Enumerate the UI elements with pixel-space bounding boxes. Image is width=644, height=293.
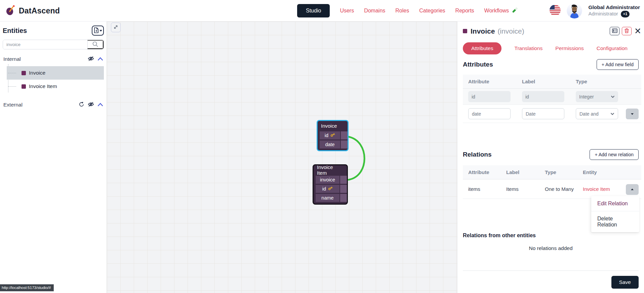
node-invoice-item-title: Invoice Item xyxy=(314,165,347,175)
connection-handle[interactable] xyxy=(341,140,348,149)
tree-connector xyxy=(8,86,16,87)
new-entity-button[interactable] xyxy=(92,26,104,36)
nav-right: Global Administrator Administrator +1 xyxy=(550,0,640,22)
chevron-down-icon xyxy=(611,95,615,98)
entity-search xyxy=(3,40,104,49)
add-relation-button[interactable]: + Add new relation xyxy=(590,149,639,160)
attribute-actions-button[interactable] xyxy=(626,109,639,119)
tab-permissions[interactable]: Permissions xyxy=(555,45,583,51)
attributes-heading: Attributes xyxy=(463,61,493,68)
section-external: External xyxy=(3,101,104,109)
nav-users[interactable]: Users xyxy=(340,8,354,14)
tab-attributes[interactable]: Attributes xyxy=(463,42,501,54)
expand-icon xyxy=(113,25,118,31)
chevron-up-icon xyxy=(97,102,103,108)
refresh-icon xyxy=(79,101,84,108)
node-invoice-title: Invoice xyxy=(318,121,348,130)
panel-tabs: Attributes Translations Permissions Conf… xyxy=(463,42,641,54)
relation-entity-link[interactable]: Invoice Item xyxy=(583,186,610,192)
entities-sidebar: Entities xyxy=(0,22,107,293)
attribute-type-select[interactable]: Date and xyxy=(576,108,618,119)
search-icon xyxy=(92,41,98,48)
nav-domains[interactable]: Domains xyxy=(364,8,385,14)
attribute-label-input[interactable] xyxy=(522,108,564,119)
entity-card-button[interactable] xyxy=(610,27,619,35)
attribute-name-input[interactable] xyxy=(468,91,511,102)
add-field-button[interactable]: + Add new field xyxy=(597,59,639,70)
tree-item-invoice[interactable]: Invoice xyxy=(7,66,104,80)
nav-reports[interactable]: Reports xyxy=(455,8,474,14)
col-attribute: Attribute xyxy=(463,79,517,84)
node-field-id[interactable]: id xyxy=(320,131,348,139)
user-block[interactable]: Global Administrator Administrator +1 xyxy=(588,4,640,17)
node-invoice-item[interactable]: Invoice Item invoice id xyxy=(313,164,348,205)
nav-studio[interactable]: Studio xyxy=(297,4,330,17)
tab-configuration[interactable]: Configuration xyxy=(597,45,628,51)
other-relations-heading: Relations from other entities xyxy=(463,233,536,239)
diagram-canvas[interactable]: Invoice id xyxy=(107,22,457,293)
search-button[interactable] xyxy=(87,40,104,49)
attribute-row-date: Date and xyxy=(463,105,641,123)
nav-roles[interactable]: Roles xyxy=(395,8,409,14)
user-role: Administrator xyxy=(588,11,618,17)
internal-collapse-button[interactable] xyxy=(97,57,103,62)
connection-handle[interactable] xyxy=(340,194,347,202)
test-tube-icon xyxy=(511,7,518,15)
internal-visibility-button[interactable] xyxy=(88,55,94,63)
menu-item-edit-relation[interactable]: Edit Relation xyxy=(591,196,639,211)
fullscreen-button[interactable] xyxy=(111,23,121,32)
entities-title: Entities xyxy=(3,27,27,35)
relation-actions-menu: Edit Relation Delete Relation xyxy=(591,196,639,232)
external-collapse-button[interactable] xyxy=(97,102,103,108)
external-refresh-button[interactable] xyxy=(79,101,84,108)
attribute-name-input[interactable] xyxy=(468,108,511,119)
col-type: Type xyxy=(539,169,577,175)
panel-divider xyxy=(463,270,639,271)
col-entity: Entity xyxy=(577,169,641,175)
connection-handle[interactable] xyxy=(341,131,348,139)
chevron-up-icon xyxy=(97,57,103,62)
attribute-type-select[interactable]: Integer xyxy=(576,91,618,102)
entity-square-icon xyxy=(22,71,26,75)
chevron-down-icon xyxy=(610,113,614,115)
menu-item-delete-relation[interactable]: Delete Relation xyxy=(591,211,639,232)
caret-up-icon xyxy=(631,187,634,190)
attribute-label-input[interactable] xyxy=(522,91,564,102)
attributes-table: Attribute Label Type Integer xyxy=(463,75,641,123)
delete-entity-button[interactable] xyxy=(622,27,632,35)
section-internal: Internal xyxy=(3,55,104,63)
panel-subtitle: (invoice) xyxy=(497,27,607,35)
tab-translations[interactable]: Translations xyxy=(514,45,542,51)
node-field-name[interactable]: name xyxy=(316,194,347,202)
connection-handle[interactable] xyxy=(340,185,347,193)
us-flag-icon[interactable] xyxy=(550,5,561,17)
attribute-row-id: Integer xyxy=(463,89,641,105)
nav-workflows[interactable]: Workflows xyxy=(484,7,519,15)
top-nav: DatAscend Studio Users Domains Roles Cat… xyxy=(0,0,644,22)
relation-actions-button[interactable] xyxy=(626,184,639,195)
external-visibility-button[interactable] xyxy=(88,101,94,109)
node-field-invoice[interactable]: invoice xyxy=(316,176,347,184)
entity-search-input[interactable] xyxy=(3,40,87,49)
brand: DatAscend xyxy=(5,0,60,22)
connection-handle[interactable] xyxy=(340,176,347,184)
save-button[interactable]: Save xyxy=(611,276,639,289)
id-card-icon xyxy=(612,29,617,34)
panel-title: Invoice xyxy=(471,27,495,35)
close-icon[interactable]: ✕ xyxy=(634,27,641,35)
user-name: Global Administrator xyxy=(588,4,640,10)
section-external-label: External xyxy=(3,102,79,108)
node-field-id[interactable]: id xyxy=(316,185,347,193)
relations-heading: Relations xyxy=(463,151,492,158)
node-invoice[interactable]: Invoice id xyxy=(317,120,349,151)
avatar[interactable] xyxy=(567,3,582,18)
tree-item-invoice-item[interactable]: Invoice Item xyxy=(7,80,104,93)
trash-icon xyxy=(625,28,629,34)
node-field-date[interactable]: date xyxy=(320,140,348,149)
tree-connector xyxy=(8,73,16,73)
entity-square-icon xyxy=(463,29,467,33)
nav-categories[interactable]: Categories xyxy=(419,8,445,14)
col-type: Type xyxy=(570,79,641,84)
relations-table: Attribute Label Type Entity items Items … xyxy=(463,165,641,199)
user-role-count-badge: +1 xyxy=(621,11,630,17)
